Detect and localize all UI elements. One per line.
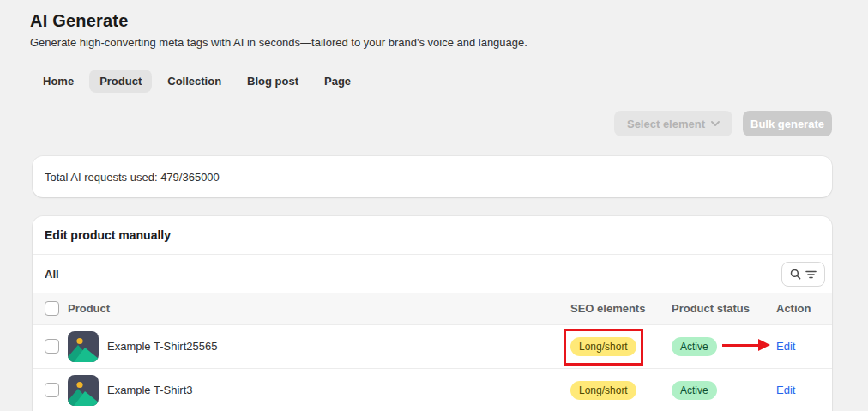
select-element-label: Select element — [627, 118, 705, 130]
usage-card: Total AI requests used: 479/365000 — [33, 156, 832, 197]
table-row: Example T-Shirt3 Long/short Active Edit — [33, 369, 832, 411]
seo-elements-badge: Long/short — [570, 381, 636, 400]
edit-link[interactable]: Edit — [776, 369, 795, 411]
edit-link[interactable]: Edit — [776, 325, 795, 368]
seo-elements-badge: Long/short — [570, 337, 636, 356]
select-all-checkbox[interactable] — [45, 301, 59, 316]
product-name: Example T-Shirt3 — [107, 369, 192, 411]
select-element-button[interactable]: Select element — [614, 111, 732, 136]
tab-page[interactable]: Page — [314, 70, 361, 93]
filter-row: All — [33, 255, 832, 293]
tab-bar: Home Product Collection Blog post Page — [33, 70, 361, 93]
usage-text: Total AI requests used: 479/365000 — [33, 171, 220, 184]
page-subtitle: Generate high-converting meta tags with … — [30, 36, 527, 49]
column-header-product: Product — [68, 293, 110, 324]
page-title: AI Generate — [30, 11, 128, 31]
ai-generate-page: AI Generate Generate high-converting met… — [0, 0, 868, 411]
status-badge: Active — [672, 337, 717, 356]
card-title: Edit product manually — [33, 228, 171, 242]
row-checkbox[interactable] — [45, 339, 59, 354]
status-badge: Active — [672, 381, 717, 400]
bulk-generate-label: Bulk generate — [750, 118, 824, 130]
tab-home[interactable]: Home — [33, 70, 84, 93]
search-icon — [790, 269, 801, 280]
column-header-product-status: Product status — [672, 293, 750, 324]
column-header-seo-elements: SEO elements — [570, 293, 645, 324]
tab-blog-post[interactable]: Blog post — [237, 70, 309, 93]
search-filter-button[interactable] — [781, 262, 825, 287]
edit-product-card: Edit product manually All Product SEO el… — [33, 216, 832, 411]
filter-lines-icon — [805, 269, 817, 280]
column-header-action: Action — [776, 293, 811, 324]
bulk-generate-button[interactable]: Bulk generate — [743, 111, 832, 136]
table-header-row: Product SEO elements Product status Acti… — [33, 293, 832, 325]
tab-product[interactable]: Product — [89, 70, 152, 93]
chevron-down-icon — [711, 121, 720, 126]
product-thumbnail-image — [68, 375, 99, 406]
product-name: Example T-Shirt25565 — [107, 325, 217, 368]
table-row: Example T-Shirt25565 Long/short Active E… — [33, 325, 832, 369]
row-checkbox[interactable] — [45, 383, 59, 397]
tab-collection[interactable]: Collection — [157, 70, 232, 93]
card-header: Edit product manually — [33, 216, 832, 255]
product-thumbnail-image — [68, 331, 99, 362]
filter-tab-all[interactable]: All — [33, 268, 59, 281]
